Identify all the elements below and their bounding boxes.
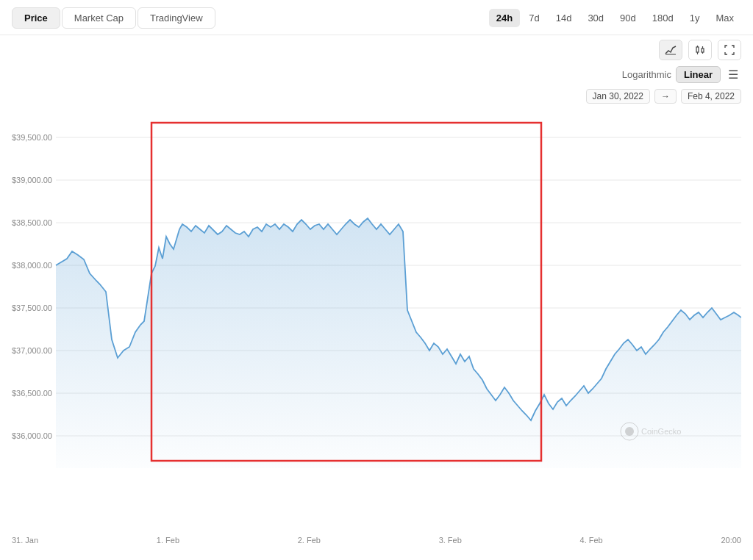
svg-rect-163 [671,474,674,490]
date-arrow: → [654,89,677,104]
svg-rect-82 [313,471,316,490]
line-chart-btn[interactable] [659,40,682,60]
svg-text:$38,000.00: $38,000.00 [12,261,52,270]
svg-rect-44 [146,473,149,490]
time-1y[interactable]: 1y [682,9,707,27]
svg-rect-161 [662,477,665,490]
svg-rect-84 [322,473,325,490]
svg-rect-76 [287,471,290,490]
tab-market-cap[interactable]: Market Cap [62,7,136,29]
svg-rect-106 [419,473,422,490]
fullscreen-btn[interactable] [718,40,741,60]
svg-rect-40 [128,473,131,490]
svg-rect-162 [666,475,669,490]
time-7d[interactable]: 7d [521,9,546,27]
svg-rect-132 [534,475,537,490]
svg-rect-61 [221,471,224,490]
svg-rect-69 [256,470,259,490]
svg-rect-128 [516,477,519,490]
svg-rect-43 [141,475,144,490]
chart-controls [0,35,753,63]
svg-rect-115 [459,473,462,490]
x-labels: 31. Jan 1. Feb 2. Feb 3. Feb 4. Feb 20:0… [0,534,753,545]
svg-rect-39 [124,475,126,490]
svg-rect-42 [137,474,140,490]
svg-text:$38,500.00: $38,500.00 [12,218,52,227]
svg-rect-77 [291,470,294,490]
time-24h[interactable]: 24h [489,9,520,27]
svg-rect-153 [627,475,629,490]
svg-text:CoinGecko: CoinGecko [641,427,681,436]
svg-rect-170 [702,477,704,490]
menu-icon[interactable]: ☰ [725,65,741,85]
linear-btn[interactable]: Linear [676,66,721,83]
x-label-31jan: 31. Jan [12,536,38,545]
tab-tradingview[interactable]: TradingView [138,7,215,29]
svg-rect-168 [693,475,696,490]
svg-rect-101 [397,471,400,490]
svg-rect-67 [247,473,250,490]
svg-rect-146 [596,477,599,490]
svg-rect-108 [428,470,431,490]
date-range: Jan 30, 2022 → Feb 4, 2022 [0,87,753,108]
svg-rect-24 [57,477,60,490]
svg-rect-88 [340,471,343,490]
candle-chart-btn[interactable] [688,40,712,60]
svg-rect-159 [653,475,656,490]
svg-rect-51 [176,471,179,490]
price-chart-svg: $39,500.00 $39,000.00 $38,500.00 $38,000… [12,108,741,534]
svg-rect-98 [384,471,387,490]
svg-rect-68 [251,471,254,490]
svg-rect-136 [552,474,554,490]
svg-rect-140 [569,477,572,490]
svg-rect-151 [618,474,621,490]
svg-rect-176 [728,477,731,490]
time-180d[interactable]: 180d [645,9,681,27]
svg-rect-89 [344,470,347,490]
tab-price[interactable]: Price [12,7,60,29]
svg-rect-135 [547,475,550,490]
svg-rect-4 [702,49,704,52]
svg-rect-35 [106,475,109,490]
svg-rect-30 [84,474,87,490]
svg-text:$37,500.00: $37,500.00 [12,304,52,312]
scale-controls: Logarithmic Linear ☰ [0,63,753,87]
x-label-3feb: 3. Feb [439,536,462,545]
svg-rect-123 [494,470,497,490]
svg-text:$39,500.00: $39,500.00 [12,133,52,142]
svg-rect-27 [71,473,74,490]
time-30d[interactable]: 30d [580,9,611,27]
time-max[interactable]: Max [708,9,741,27]
svg-rect-125 [503,474,506,490]
svg-rect-147 [600,475,603,490]
svg-rect-49 [168,473,171,490]
svg-rect-33 [97,477,100,490]
svg-rect-75 [282,473,285,490]
svg-rect-63 [229,470,232,490]
svg-rect-52 [181,473,184,490]
svg-rect-80 [304,470,307,490]
svg-rect-79 [300,471,303,490]
volume-bar-group [57,468,740,490]
svg-rect-41 [132,477,135,490]
svg-rect-78 [296,473,299,490]
svg-rect-99 [388,470,391,490]
svg-rect-29 [79,477,82,490]
svg-rect-148 [604,474,607,490]
svg-rect-144 [587,475,590,490]
time-14d[interactable]: 14d [549,9,579,27]
svg-rect-48 [163,470,166,490]
svg-rect-104 [410,471,413,490]
svg-rect-175 [724,474,727,490]
svg-rect-127 [512,474,515,490]
svg-rect-177 [732,475,735,490]
svg-rect-70 [260,473,263,490]
svg-rect-124 [499,473,502,490]
svg-rect-126 [507,475,510,490]
time-90d[interactable]: 90d [613,9,643,27]
svg-rect-120 [481,470,484,490]
svg-rect-50 [172,474,175,490]
time-group: 24h 7d 14d 30d 90d 180d 1y Max [489,9,741,27]
svg-rect-73 [274,471,276,490]
svg-rect-165 [679,475,682,490]
